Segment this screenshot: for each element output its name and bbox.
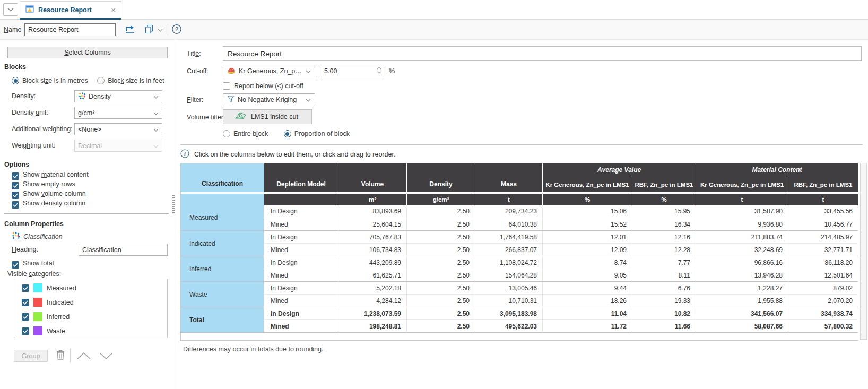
- radio-block-metres[interactable]: [12, 77, 19, 84]
- group-header-average-value[interactable]: Average Value: [543, 163, 696, 176]
- weighting-unit-dropdown: Decimal: [74, 140, 162, 152]
- mc-rbf-cell: 2,070.20: [788, 295, 858, 307]
- checkbox-report-below[interactable]: [223, 82, 230, 90]
- report-below-row: Report below (<) cut-off: [223, 82, 303, 90]
- additional-weighting-label: Additional weighting:: [12, 125, 73, 133]
- density-value: Density: [89, 93, 151, 100]
- checkbox-category-indicated[interactable]: [22, 299, 29, 306]
- checkbox-show-density-column[interactable]: [12, 201, 19, 209]
- column-header-depletion-model[interactable]: Depletion Model: [264, 163, 338, 192]
- checkbox-category-inferred[interactable]: [22, 313, 29, 321]
- column-header-avg-rbf[interactable]: RBF, Zn_pc in LMS1: [632, 176, 696, 192]
- column-header-density[interactable]: Density: [407, 163, 475, 192]
- checkbox-show-volume-column[interactable]: [12, 192, 19, 199]
- tab-close-icon[interactable]: ×: [111, 6, 116, 14]
- volume-cell: 1,238,073.59: [338, 307, 407, 320]
- selected-column-item: A Classification: [12, 231, 63, 241]
- mc-rbf-cell: 879.02: [788, 282, 858, 295]
- window-menu-button[interactable]: [3, 3, 18, 16]
- mc-kr-cell: 1,228.27: [696, 282, 788, 295]
- column-header-mass[interactable]: Mass: [475, 163, 543, 192]
- radio-block-feet[interactable]: [97, 77, 105, 84]
- mass-cell: 13,005.46: [475, 282, 543, 295]
- move-up-button[interactable]: [76, 352, 91, 361]
- copy-options-button[interactable]: [156, 23, 164, 37]
- checkbox-category-measured[interactable]: [22, 284, 29, 292]
- radio-block-metres-label: Block size is in metres: [22, 77, 88, 84]
- mc-kr-cell: 211,883.74: [696, 231, 788, 244]
- column-header-volume[interactable]: Volume: [338, 163, 407, 192]
- panel-splitter-handle[interactable]: [172, 195, 175, 213]
- mass-cell: 266,837.07: [475, 244, 543, 256]
- model-cell: Mined: [264, 218, 338, 231]
- avg-rbf-cell: 7.77: [632, 256, 696, 269]
- delete-category-button[interactable]: [55, 349, 66, 363]
- options-heading: Options: [4, 161, 29, 168]
- group-header-material-content[interactable]: Material Content: [696, 163, 858, 176]
- rounding-footnote: Differences may occur in totals due to r…: [183, 345, 324, 353]
- chevron-down-icon: [158, 26, 163, 33]
- heading-input[interactable]: [79, 244, 168, 256]
- color-swatch-indicated: [33, 298, 42, 307]
- additional-weighting-dropdown[interactable]: <None>: [74, 123, 162, 135]
- classification-cell-waste: Waste: [181, 282, 264, 307]
- filter-dropdown[interactable]: No Negative Kriging: [223, 93, 315, 106]
- show-total-label: Show total: [23, 260, 54, 267]
- unit-avg-kr: %: [543, 194, 632, 205]
- density-cell: 2.50: [407, 244, 475, 256]
- category-row-inferred: Inferred: [22, 312, 70, 321]
- mc-rbf-cell: 57,800.32: [788, 320, 858, 333]
- volume-filter-value: LMS1 inside cut: [251, 113, 298, 120]
- cutoff-value-input[interactable]: [320, 65, 368, 77]
- tab-resource-report[interactable]: Resource Report ×: [20, 1, 121, 20]
- heading-label: Heading:: [12, 246, 38, 253]
- spinner-up-icon: [377, 67, 381, 70]
- show-total-row: Show total: [12, 260, 54, 269]
- table-vertical-scrollbar[interactable]: [860, 163, 867, 340]
- copy-button[interactable]: [142, 23, 156, 37]
- mc-kr-cell: 341,566.07: [696, 307, 788, 320]
- cutoff-value-spinner[interactable]: [320, 65, 384, 77]
- checkbox-show-total[interactable]: [12, 261, 19, 269]
- column-header-classification[interactable]: Classification: [181, 163, 264, 192]
- option-label: Show empty rows: [23, 180, 75, 188]
- visible-categories-label: Visible categories:: [7, 270, 61, 278]
- density-unit-dropdown[interactable]: g/cm³: [74, 107, 162, 119]
- title-input[interactable]: [223, 46, 862, 61]
- volume-cell: 705,767.83: [338, 231, 407, 244]
- category-row-indicated: Indicated: [22, 298, 74, 307]
- cutoff-label: Cut-off:: [187, 67, 209, 75]
- avg-rbf-cell: 12.16: [632, 231, 696, 244]
- density-unit-value: g/cm³: [78, 109, 151, 117]
- name-input[interactable]: [24, 23, 116, 36]
- avg-kr-cell: 12.01: [543, 231, 632, 244]
- spinner-buttons[interactable]: [377, 67, 381, 74]
- avg-kr-cell: 8.74: [543, 256, 632, 269]
- volume-cell: 25,604.15: [338, 218, 407, 231]
- density-cell: 2.50: [407, 269, 475, 282]
- chevron-up-icon: [76, 354, 91, 361]
- select-columns-button[interactable]: Select Columns: [7, 47, 168, 58]
- model-cell: In Design: [264, 282, 338, 295]
- column-header-mc-kr-generous[interactable]: Kr Generous, Zn_pc in LMS1: [696, 176, 788, 192]
- export-button[interactable]: [123, 23, 136, 37]
- radio-block-feet-label: Block size is in feet: [108, 77, 164, 84]
- filter-value: No Negative Kriging: [238, 96, 302, 103]
- density-dropdown[interactable]: Density: [74, 90, 162, 102]
- checkbox-category-waste[interactable]: [22, 327, 29, 335]
- volume-filter-button[interactable]: LMS1 inside cut: [223, 109, 312, 124]
- column-header-mc-rbf[interactable]: RBF, Zn_pc in LMS1: [788, 176, 858, 192]
- filter-label: Filter:: [187, 96, 203, 103]
- radio-proportion-block[interactable]: [284, 130, 291, 137]
- move-down-button[interactable]: [99, 352, 114, 361]
- help-button[interactable]: ?: [170, 23, 184, 37]
- column-header-avg-kr-generous[interactable]: Kr Generous, Zn_pc in LMS1: [543, 176, 632, 192]
- additional-weighting-value: <None>: [78, 126, 151, 133]
- export-icon: [124, 24, 135, 36]
- radio-entire-block[interactable]: [223, 130, 230, 137]
- cutoff-column-dropdown[interactable]: Kr Generous, Zn_pc in...: [223, 65, 315, 77]
- checkbox-show-empty-rows[interactable]: [12, 182, 19, 189]
- units-row: m³ g/cm³ t % % t t: [181, 194, 858, 205]
- mc-kr-cell: 32,248.69: [696, 244, 788, 256]
- checkbox-show-material-content[interactable]: [12, 172, 19, 180]
